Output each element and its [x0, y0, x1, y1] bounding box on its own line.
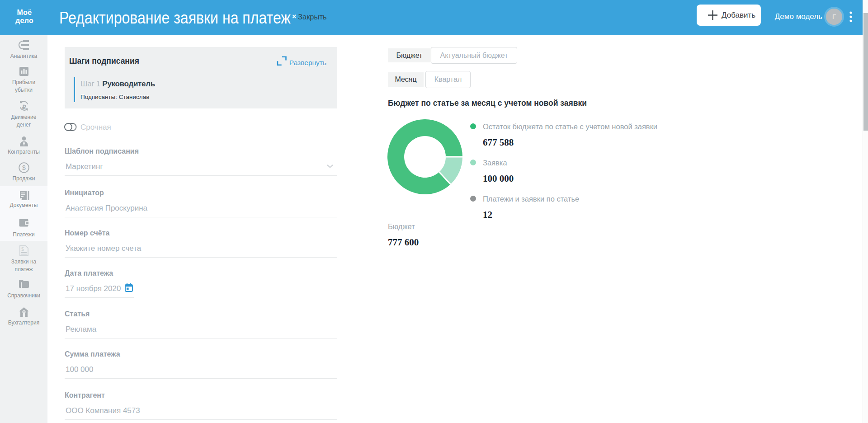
svg-text:₽: ₽	[22, 104, 26, 111]
svg-text:$: $	[22, 164, 26, 171]
svg-text:$: $	[21, 246, 24, 252]
